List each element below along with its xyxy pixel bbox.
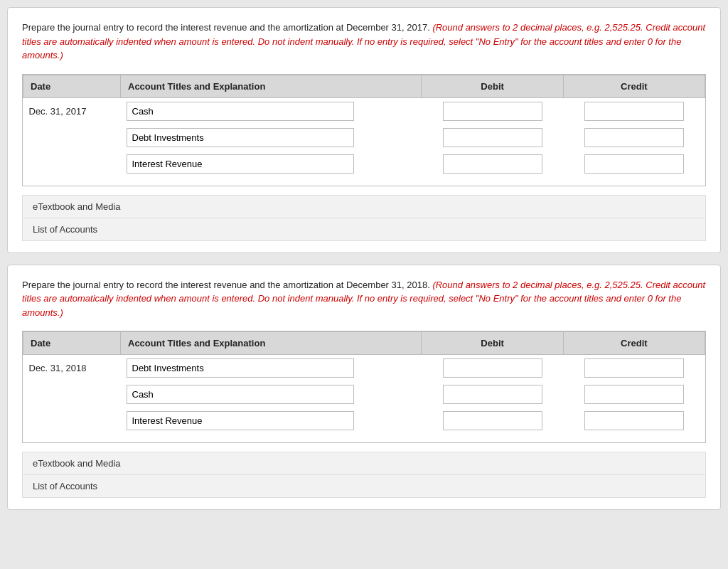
date-cell-2-3 xyxy=(23,408,121,434)
instruction-1-plain: Prepare the journal entry to record the … xyxy=(22,22,432,33)
credit-cell-2-2 xyxy=(563,381,705,408)
date-cell-2: Dec. 31, 2018 xyxy=(23,355,121,382)
table-row xyxy=(23,124,705,151)
account-cell-2-1 xyxy=(121,355,422,382)
account-input-1-2[interactable] xyxy=(127,128,354,147)
debit-cell-1-2 xyxy=(422,124,563,151)
debit-cell-1-3 xyxy=(422,151,563,177)
col-header-credit-2: Credit xyxy=(563,332,705,355)
debit-cell-2-1 xyxy=(422,355,563,382)
journal-table-2: Date Account Titles and Explanation Debi… xyxy=(23,331,705,442)
date-cell-1-2 xyxy=(23,124,121,151)
credit-input-2-1[interactable] xyxy=(584,358,684,378)
debit-cell-1-1 xyxy=(422,97,563,124)
spacer-row xyxy=(23,177,705,186)
debit-input-2-1[interactable] xyxy=(443,358,542,378)
date-cell-1: Dec. 31, 2017 xyxy=(23,97,121,124)
credit-input-1-3[interactable] xyxy=(584,154,684,174)
list-of-accounts-link-2[interactable]: List of Accounts xyxy=(22,475,706,498)
col-header-credit-1: Credit xyxy=(563,75,705,97)
credit-cell-1-2 xyxy=(563,124,705,151)
account-cell-2-3 xyxy=(121,408,422,434)
table-row xyxy=(23,151,705,177)
account-cell-1-1 xyxy=(121,97,422,124)
col-header-date-2: Date xyxy=(23,332,121,355)
account-cell-1-2 xyxy=(121,124,422,151)
col-header-debit-2: Debit xyxy=(422,332,563,355)
debit-input-1-2[interactable] xyxy=(443,128,542,147)
credit-input-2-3[interactable] xyxy=(584,411,684,430)
col-header-account-2: Account Titles and Explanation xyxy=(121,332,422,355)
card-1: Prepare the journal entry to record the … xyxy=(7,7,721,253)
credit-cell-2-3 xyxy=(563,408,705,434)
credit-input-1-2[interactable] xyxy=(584,128,684,147)
etextbook-media-link-1[interactable]: eTextbook and Media xyxy=(22,195,706,218)
instruction-2: Prepare the journal entry to record the … xyxy=(22,278,706,320)
table-row xyxy=(23,381,705,408)
account-input-2-2[interactable] xyxy=(127,385,354,404)
debit-input-1-3[interactable] xyxy=(443,154,542,174)
credit-input-2-2[interactable] xyxy=(584,385,684,404)
table-row: Dec. 31, 2017 xyxy=(23,97,705,124)
credit-cell-2-1 xyxy=(563,355,705,382)
list-of-accounts-link-1[interactable]: List of Accounts xyxy=(22,218,706,241)
debit-cell-2-3 xyxy=(422,408,563,434)
account-input-2-3[interactable] xyxy=(127,411,354,430)
account-input-1-1[interactable] xyxy=(127,102,354,121)
account-input-2-1[interactable] xyxy=(127,358,354,378)
spacer-row xyxy=(23,434,705,442)
journal-table-wrapper-1: Date Account Titles and Explanation Debi… xyxy=(22,74,706,186)
debit-input-2-2[interactable] xyxy=(443,385,542,404)
card-2: Prepare the journal entry to record the … xyxy=(7,265,721,511)
etextbook-media-link-2[interactable]: eTextbook and Media xyxy=(22,452,706,475)
account-cell-1-3 xyxy=(121,151,422,177)
debit-cell-2-2 xyxy=(422,381,563,408)
instruction-1: Prepare the journal entry to record the … xyxy=(22,21,706,63)
debit-input-1-1[interactable] xyxy=(443,102,542,121)
col-header-debit-1: Debit xyxy=(422,75,563,97)
account-input-1-3[interactable] xyxy=(127,154,354,174)
table-row xyxy=(23,408,705,434)
account-cell-2-2 xyxy=(121,381,422,408)
date-cell-1-3 xyxy=(23,151,121,177)
col-header-date-1: Date xyxy=(23,75,121,97)
credit-cell-1-3 xyxy=(563,151,705,177)
debit-input-2-3[interactable] xyxy=(443,411,542,430)
credit-cell-1-1 xyxy=(563,97,705,124)
instruction-2-plain: Prepare the journal entry to record the … xyxy=(22,280,432,290)
col-header-account-1: Account Titles and Explanation xyxy=(121,75,422,97)
date-cell-2-2 xyxy=(23,381,121,408)
journal-table-1: Date Account Titles and Explanation Debi… xyxy=(23,75,705,186)
journal-table-wrapper-2: Date Account Titles and Explanation Debi… xyxy=(22,331,706,443)
table-row: Dec. 31, 2018 xyxy=(23,355,705,382)
credit-input-1-1[interactable] xyxy=(584,102,684,121)
